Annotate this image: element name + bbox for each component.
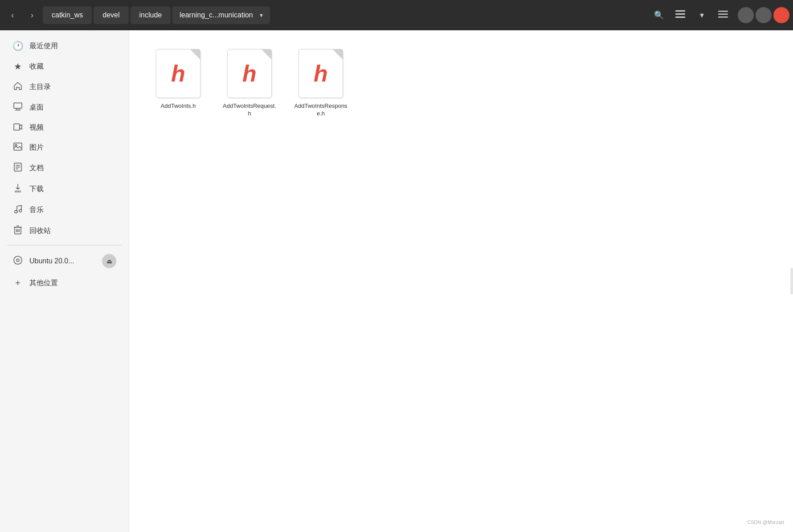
file-type-letter: h [171,60,185,87]
file-item-addtwointsrequest[interactable]: h AddTwoIntsRequest.h [218,44,281,123]
images-icon [12,143,23,153]
sidebar-item-desktop[interactable]: 桌面 [4,98,125,117]
breadcrumb: catkin_ws devel include learning_c...mun… [43,6,344,24]
scroll-indicator [790,268,793,295]
sidebar-recent-label: 最近使用 [29,41,58,51]
plus-icon: + [12,278,23,288]
breadcrumb-learning-label: learning_c...munication [180,11,253,19]
clock-icon: 🕐 [12,41,23,51]
svg-point-26 [14,256,22,264]
titlebar: ‹ › catkin_ws devel include learning_c..… [0,0,793,30]
breadcrumb-include[interactable]: include [131,6,171,24]
sidebar-item-videos[interactable]: 视频 [4,118,125,137]
sidebar-downloads-label: 下载 [29,184,44,194]
file-content-area: h AddTwoInts.h h AddTwoIntsRequest.h h A… [129,30,793,532]
sidebar-item-music[interactable]: 音乐 [4,200,125,220]
search-button[interactable]: 🔍 [650,6,668,25]
sidebar-item-trash[interactable]: 回收站 [4,221,125,241]
star-icon: ★ [12,61,23,72]
svg-rect-10 [14,124,20,130]
sidebar-starred-label: 收藏 [29,62,44,71]
video-icon [12,123,23,133]
eject-icon: ⏏ [106,258,112,265]
breadcrumb-devel[interactable]: devel [94,6,128,24]
svg-rect-11 [14,143,22,150]
sidebar-home-label: 主目录 [29,82,51,92]
minimize-button[interactable]: — [738,7,754,23]
sidebar-item-ubuntu[interactable]: Ubuntu 20.0... ⏏ [4,250,125,273]
file-name-addtwointsresponse: AddTwoIntsResponse.h [293,102,348,118]
titlebar-actions: 🔍 ▾ [650,6,732,25]
close-button[interactable]: ✕ [773,7,789,23]
sidebar-videos-label: 视频 [29,123,44,132]
svg-rect-6 [14,103,22,108]
svg-point-27 [16,259,19,262]
breadcrumb-catkin-ws[interactable]: catkin_ws [43,6,92,24]
view-options-button[interactable]: ▾ [692,6,711,25]
file-icon-addtwointsrequest: h [227,49,272,98]
svg-rect-2 [675,16,685,18]
main-layout: 🕐 最近使用 ★ 收藏 主目录 桌 [0,30,793,532]
sidebar-ubuntu-label: Ubuntu 20.0... [29,257,74,265]
sidebar-music-label: 音乐 [29,205,44,215]
sidebar-item-other-locations[interactable]: + 其他位置 [4,274,125,293]
file-icon-addtwoints: h [156,49,200,98]
svg-rect-1 [675,13,685,15]
sidebar: 🕐 最近使用 ★ 收藏 主目录 桌 [0,30,129,532]
back-button[interactable]: ‹ [4,6,21,24]
sidebar-trash-label: 回收站 [29,226,51,236]
file-type-letter: h [314,60,328,87]
list-view-button[interactable] [671,6,690,25]
music-icon [12,205,23,216]
eject-button[interactable]: ⏏ [102,254,116,268]
sidebar-images-label: 图片 [29,143,44,152]
documents-icon [12,163,23,174]
svg-rect-5 [718,16,728,18]
menu-button[interactable] [714,6,732,25]
sidebar-item-home[interactable]: 主目录 [4,77,125,97]
sidebar-desktop-label: 桌面 [29,103,44,112]
list-view-icon [675,10,685,20]
hamburger-icon [718,11,728,20]
file-type-letter: h [242,60,257,87]
breadcrumb-learning[interactable]: learning_c...munication ▾ [172,6,270,24]
svg-rect-0 [675,10,685,12]
ubuntu-left: Ubuntu 20.0... [12,256,74,267]
search-icon: 🔍 [654,10,664,20]
file-name-addtwoints: AddTwoInts.h [161,102,196,110]
svg-rect-3 [718,11,728,12]
breadcrumb-dropdown-button[interactable]: ▾ [255,8,268,22]
window-controls: — □ ✕ [738,7,789,23]
forward-button[interactable]: › [23,6,41,24]
maximize-button[interactable]: □ [756,7,772,23]
file-item-addtwoints[interactable]: h AddTwoInts.h [147,44,209,123]
file-name-addtwointsrequest: AddTwoIntsRequest.h [222,102,277,118]
sidebar-item-images[interactable]: 图片 [4,138,125,157]
sidebar-item-downloads[interactable]: 下载 [4,179,125,199]
trash-icon [12,225,23,237]
home-icon [12,82,23,93]
sidebar-documents-label: 文档 [29,164,44,173]
file-item-addtwointsresponse[interactable]: h AddTwoIntsResponse.h [290,44,352,123]
watermark: CSDN @Morzart [747,520,784,525]
chevron-down-icon: ▾ [700,10,704,20]
sidebar-item-starred[interactable]: ★ 收藏 [4,57,125,76]
desktop-icon [12,102,23,113]
downloads-icon [12,184,23,195]
svg-rect-4 [718,13,728,15]
sidebar-divider [7,245,122,246]
file-icon-addtwointsresponse: h [298,49,343,98]
sidebar-item-recent[interactable]: 🕐 最近使用 [4,36,125,56]
ubuntu-icon [12,256,23,267]
sidebar-other-label: 其他位置 [29,278,58,288]
sidebar-item-documents[interactable]: 文档 [4,158,125,178]
